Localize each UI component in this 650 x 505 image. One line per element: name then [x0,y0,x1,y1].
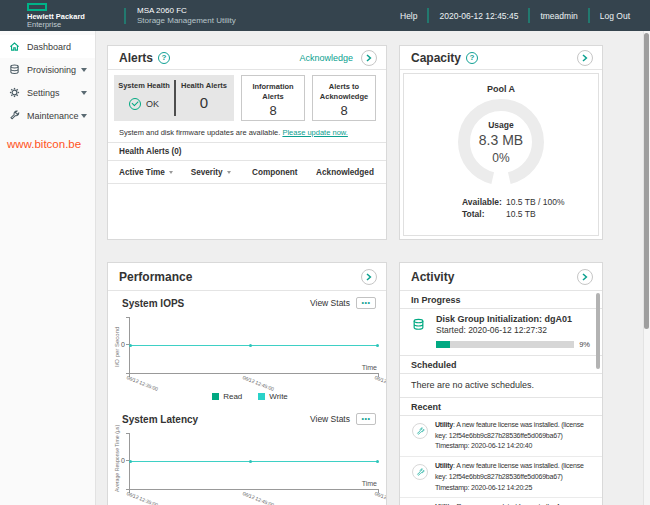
capacity-panel: Capacity ? Pool A Usage 8.3 MB [399,45,603,240]
alerts-header: Alerts ? Acknowledge [108,46,386,70]
page-scrollbar-thumb[interactable] [644,33,649,329]
sidebar-item-settings[interactable]: Settings [0,81,95,104]
x-tick-label: 06/12 12:35:00 [126,374,159,392]
watermark-text: www.bitcon.be [7,138,95,150]
firmware-update-link[interactable]: Please update now. [282,128,347,137]
health-alerts-card[interactable]: Health Alerts 0 [174,75,234,121]
x-axis [129,489,379,490]
information-alerts-card[interactable]: Information Alerts 8 [241,75,305,121]
alerts-to-acknowledge-value: 8 [313,103,375,118]
page: Hewlett Packard Enterprise MSA 2060 FC S… [0,0,650,505]
alerts-to-acknowledge-label: Alerts to Acknowledge [313,82,375,101]
chevron-right-icon [366,54,372,62]
read-swatch [212,393,219,400]
hpe-logo-mark [27,3,47,11]
activity-header: Activity [400,263,602,291]
performance-expand-button[interactable] [361,269,377,285]
check-circle-icon [129,98,141,110]
column-acknowledged[interactable]: Acknowledged [316,168,375,177]
sidebar-item-maintenance[interactable]: Maintenance [0,104,95,127]
more-options-button[interactable]: ••• [356,413,376,425]
iops-data-line [130,345,378,346]
activity-body: In Progress Disk Group Initialization: d… [400,291,602,505]
firmware-notice: System and disk firmware updates are ava… [119,128,376,137]
performance-header: Performance [108,263,386,291]
top-bar: Hewlett Packard Enterprise MSA 2060 FC S… [0,0,650,31]
recent-event-text: Utility: A new feature license was insta… [435,461,594,493]
x-axis-label: Time [362,364,377,371]
disk-group-icon [412,318,425,331]
latency-data-line [130,461,378,462]
y-axis [129,433,130,493]
main-content: Alerts ? Acknowledge System Health OK [96,31,650,505]
column-severity[interactable]: Severity [191,168,252,177]
activity-panel: Activity In Progress Disk Group Initiali… [399,262,603,505]
chevron-down-icon [81,91,87,95]
sidebar-item-dashboard[interactable]: Dashboard [0,35,95,58]
help-icon[interactable]: ? [466,52,478,64]
alerts-expand-button[interactable] [361,50,377,66]
recent-event-text: Utility: A new feature license was insta… [435,420,594,452]
sidebar-item-provisioning[interactable]: Provisioning [0,58,95,81]
logout-button[interactable]: Log Out [590,11,640,21]
column-active-time[interactable]: Active Time [119,168,191,177]
health-alerts-table-header: Active Time Severity Component Acknowled… [108,161,386,184]
total-label: Total: [462,209,506,221]
performance-panel: Performance System IOPS View Stats ••• I… [107,262,387,505]
chevron-right-icon [582,54,588,62]
in-progress-header: In Progress [400,291,602,309]
x-tick-label: 06/12 12:55:00 [374,490,387,505]
alerts-to-acknowledge-card[interactable]: Alerts to Acknowledge 8 [312,75,376,121]
alerts-title: Alerts [119,51,153,65]
capacity-title: Capacity [411,51,461,65]
usage-value: 8.3 MB [456,132,546,148]
activity-expand-button[interactable] [577,269,593,285]
help-link[interactable]: Help [390,11,427,21]
capacity-gauge: Usage 8.3 MB 0% [456,99,546,187]
chevron-down-icon [81,68,87,72]
alerts-panel: Alerts ? Acknowledge System Health OK [107,45,387,240]
y-tick-label: 0 [121,341,125,348]
iops-view-stats-link[interactable]: View Stats [310,298,350,308]
sidebar-item-label: Maintenance [27,111,79,121]
recent-event: Utility: A new feature license was insta… [400,416,602,457]
system-health-card[interactable]: System Health OK [114,75,174,121]
sidebar-item-label: Dashboard [27,42,71,52]
latency-chart: Average Response Time (μs) 0 Time 06/12 … [118,431,380,493]
pool-capacity-card: Pool A Usage 8.3 MB 0% Available:10.5 TB… [403,73,599,236]
acknowledge-link[interactable]: Acknowledge [299,53,353,63]
activity-scrollbar[interactable] [596,293,600,369]
username-menu[interactable]: tmeadmin [530,11,587,21]
x-tick-label: 06/12 12:55:00 [374,374,387,392]
sidebar: Dashboard Provisioning Settings Maintena… [0,31,96,505]
y-axis [129,317,130,377]
system-health-label: System Health [114,81,174,91]
capacity-expand-button[interactable] [577,50,593,66]
recent-header: Recent [400,398,602,416]
home-icon [9,41,20,52]
column-component[interactable]: Component [252,168,316,177]
health-alerts-section-title: Health Alerts (0) [108,142,386,161]
database-icon [9,64,20,75]
x-tick-label: 06/12 12:35:00 [126,490,159,505]
datetime-label: 2020-06-12 12:45:45 [429,11,528,21]
x-axis [129,373,379,374]
iops-chart: I/O per Second 0 Time 06/12 12:35:00 06/… [118,315,380,377]
utility-event-icon [412,464,428,480]
sidebar-item-label: Provisioning [27,65,76,75]
more-options-button[interactable]: ••• [356,297,376,309]
page-scrollbar[interactable] [643,31,650,505]
wrench-icon [416,468,425,477]
topbar-divider [124,8,126,24]
iops-chart-title: System IOPS [122,298,184,309]
recent-event: Utility: A new feature license was insta… [400,457,602,498]
health-card-group: System Health OK Health Alerts 0 [114,75,234,121]
x-axis-label: Time [362,480,377,487]
available-label: Available: [462,197,506,209]
y-tick-label: 0 [121,457,125,464]
pool-name: Pool A [404,84,598,94]
latency-view-stats-link[interactable]: View Stats [310,414,350,424]
help-icon[interactable]: ? [158,52,170,64]
product-block: MSA 2060 FC Storage Management Utility [137,6,236,26]
performance-title: Performance [119,270,192,284]
